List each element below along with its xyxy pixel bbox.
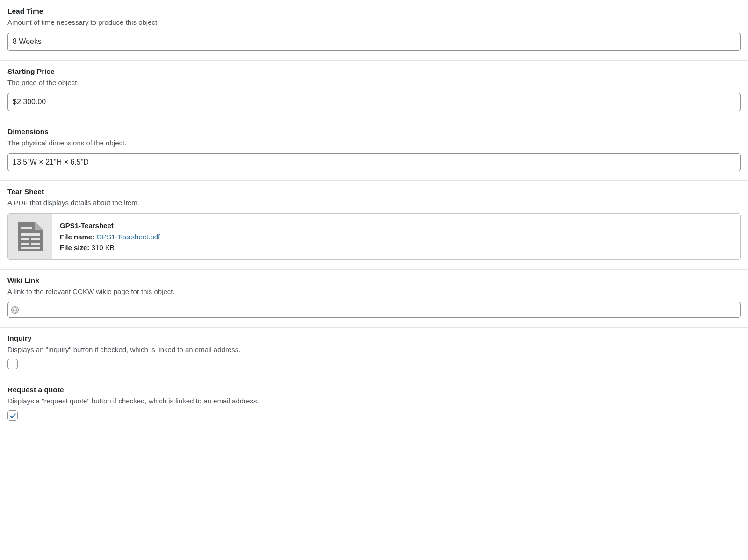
file-name-link[interactable]: GPS1-Tearsheet.pdf xyxy=(96,233,160,241)
file-name-label: File name: xyxy=(60,233,94,241)
starting-price-label: Starting Price xyxy=(7,67,741,76)
svg-rect-0 xyxy=(21,227,32,229)
starting-price-input[interactable] xyxy=(7,93,741,111)
field-inquiry: Inquiry Displays an "inquiry" button if … xyxy=(0,328,748,379)
wiki-link-input[interactable] xyxy=(7,302,741,318)
svg-rect-6 xyxy=(21,247,40,249)
inquiry-label: Inquiry xyxy=(7,334,741,343)
dimensions-input[interactable] xyxy=(7,153,741,172)
request-quote-checkbox[interactable] xyxy=(7,410,18,421)
starting-price-description: The price of the object. xyxy=(7,79,741,86)
tear-sheet-description: A PDF that displays details about the it… xyxy=(7,199,741,207)
svg-rect-2 xyxy=(21,238,29,240)
request-quote-description: Displays a "request quote" button if che… xyxy=(7,397,741,405)
form-container: Lead Time Amount of time necessary to pr… xyxy=(0,0,748,430)
tear-sheet-label: Tear Sheet xyxy=(7,187,741,196)
lead-time-description: Amount of time necessary to produce this… xyxy=(7,18,741,26)
wiki-link-input-wrap xyxy=(7,302,741,318)
request-quote-label: Request a quote xyxy=(7,386,741,394)
field-starting-price: Starting Price The price of the object. xyxy=(0,61,748,121)
field-dimensions: Dimensions The physical dimensions of th… xyxy=(0,121,748,181)
tear-sheet-file-attachment[interactable]: GPS1-Tearsheet File name: GPS1-Tearsheet… xyxy=(7,213,741,260)
file-title: GPS1-Tearsheet xyxy=(60,220,160,231)
inquiry-description: Displays an "inquiry" button if checked,… xyxy=(7,345,741,353)
dimensions-label: Dimensions xyxy=(7,128,741,136)
file-size-value: 310 KB xyxy=(92,244,115,251)
svg-rect-1 xyxy=(21,233,40,236)
field-wiki-link: Wiki Link A link to the relevant CCKW wi… xyxy=(0,270,748,328)
svg-rect-3 xyxy=(31,238,40,240)
file-size-label: File size: xyxy=(60,244,89,251)
file-name-line: File name: GPS1-Tearsheet.pdf xyxy=(60,231,160,242)
file-meta: GPS1-Tearsheet File name: GPS1-Tearsheet… xyxy=(52,214,167,259)
svg-rect-5 xyxy=(31,243,40,245)
field-tear-sheet: Tear Sheet A PDF that displays details a… xyxy=(0,181,748,270)
inquiry-checkbox[interactable] xyxy=(7,359,18,369)
dimensions-description: The physical dimensions of the object. xyxy=(7,139,741,147)
lead-time-label: Lead Time xyxy=(7,7,741,15)
wiki-link-description: A link to the relevant CCKW wikie page f… xyxy=(7,287,741,295)
file-document-icon xyxy=(8,214,52,259)
wiki-link-label: Wiki Link xyxy=(7,276,741,285)
field-lead-time: Lead Time Amount of time necessary to pr… xyxy=(0,0,748,61)
field-request-quote: Request a quote Displays a "request quot… xyxy=(0,379,748,430)
svg-rect-4 xyxy=(21,243,29,245)
lead-time-input[interactable] xyxy=(7,33,741,51)
file-size-line: File size: 310 KB xyxy=(60,242,160,253)
